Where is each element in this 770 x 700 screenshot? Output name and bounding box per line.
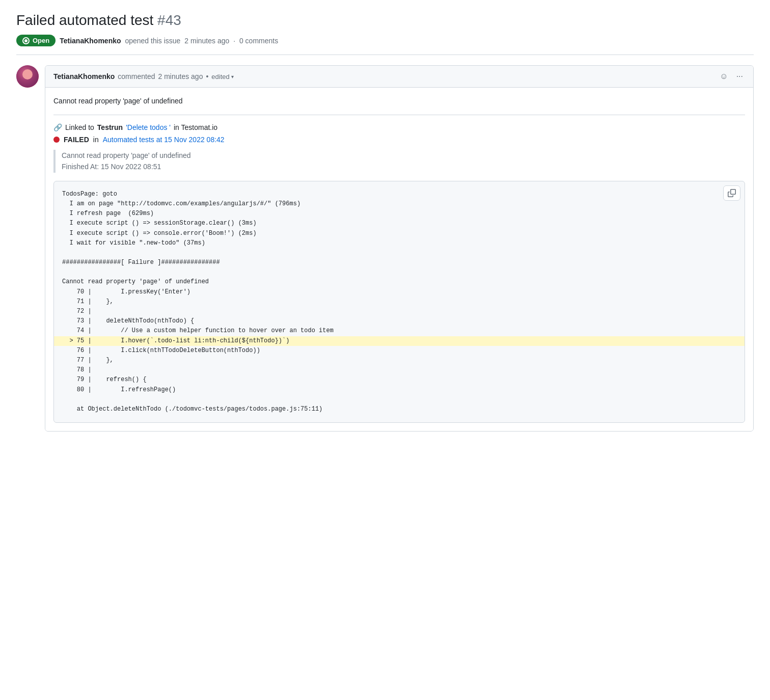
status-label: Open <box>33 37 49 44</box>
comment-box: TetianaKhomenko commented 2 minutes ago … <box>45 65 754 432</box>
error-quote: Cannot read property 'page' of undefined… <box>53 150 745 173</box>
issue-title: Failed automated test #43 <box>16 12 754 29</box>
error-quote-line-2: Finished At: 15 Nov 2022 08:51 <box>62 161 745 172</box>
linked-suffix: in Testomat.io <box>174 123 217 131</box>
comment-body-divider <box>53 115 745 115</box>
status-badge[interactable]: Open <box>16 35 56 46</box>
code-block-wrapper: TodosPage: goto I am on page "http://tod… <box>53 181 745 423</box>
meta-separator: · <box>233 37 235 45</box>
linked-section: 🔗 Linked to Testrun 'Delete todos ' in T… <box>53 123 745 144</box>
issue-number: #43 <box>157 12 181 28</box>
edited-label[interactable]: edited ▾ <box>211 73 233 80</box>
comment-main-text: Cannot read property 'page' of undefined <box>53 96 745 106</box>
open-icon <box>22 37 30 44</box>
testrun-name-link[interactable]: 'Delete todos ' <box>126 123 171 131</box>
automated-tests-link[interactable]: Automated tests at 15 Nov 2022 08:42 <box>103 136 225 144</box>
meta-time: 2 minutes ago <box>184 37 229 45</box>
linked-row: 🔗 Linked to Testrun 'Delete todos ' in T… <box>53 123 745 131</box>
failed-in-prefix: in <box>93 136 99 144</box>
meta-comments: 0 comments <box>239 37 278 45</box>
comment-dot-separator: • <box>206 72 208 80</box>
red-dot-icon <box>53 137 60 143</box>
failed-label: FAILED <box>64 136 89 144</box>
comment-action: commented <box>118 72 155 80</box>
comment-body: Cannot read property 'page' of undefined… <box>45 88 753 431</box>
meta-author-link[interactable]: TetianaKhomenko <box>60 37 121 45</box>
linked-prefix: Linked to <box>65 123 94 131</box>
page-header: Failed automated test #43 Open TetianaKh… <box>16 12 754 46</box>
issue-title-text: Failed automated test <box>16 12 153 28</box>
header-divider <box>16 55 754 55</box>
comment-header-left: TetianaKhomenko commented 2 minutes ago … <box>53 72 234 80</box>
error-quote-line-1: Cannot read property 'page' of undefined <box>62 150 745 161</box>
comment-container: TetianaKhomenko commented 2 minutes ago … <box>16 65 754 432</box>
emoji-reaction-button[interactable]: ☺ <box>718 70 730 83</box>
more-options-button[interactable]: ··· <box>734 70 745 83</box>
code-block: TodosPage: goto I am on page "http://tod… <box>54 181 745 422</box>
failed-row: FAILED in Automated tests at 15 Nov 2022… <box>53 136 745 144</box>
testrun-label: Testrun <box>97 123 123 131</box>
comment-author-link[interactable]: TetianaKhomenko <box>53 72 115 80</box>
link-icon: 🔗 <box>53 123 62 131</box>
copy-button[interactable] <box>723 185 740 201</box>
comment-time: 2 minutes ago <box>158 72 203 80</box>
comment-header-actions: ☺ ··· <box>718 70 745 83</box>
issue-meta-text: TetianaKhomenko opened this issue 2 minu… <box>60 37 280 45</box>
edited-text: edited <box>211 73 229 80</box>
avatar-image <box>16 65 39 88</box>
issue-meta-row: Open TetianaKhomenko opened this issue 2… <box>16 35 754 46</box>
comment-header: TetianaKhomenko commented 2 minutes ago … <box>45 66 753 88</box>
avatar <box>16 65 39 88</box>
chevron-down-icon: ▾ <box>231 74 234 79</box>
meta-action: opened this issue <box>125 37 180 45</box>
